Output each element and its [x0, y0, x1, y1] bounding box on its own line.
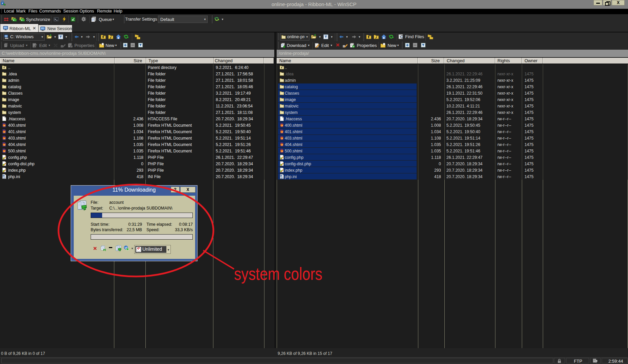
- svg-text:system colors: system colors: [234, 264, 322, 284]
